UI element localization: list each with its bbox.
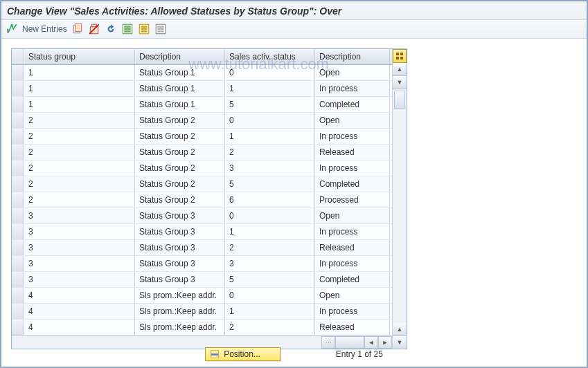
cell-description-2[interactable]: In process: [315, 224, 390, 239]
cell-description[interactable]: Status Group 2: [135, 176, 225, 192]
row-selector[interactable]: [12, 176, 24, 192]
scroll-up-bottom-icon[interactable]: ▲: [393, 323, 407, 336]
cell-description-2[interactable]: In process: [315, 256, 390, 271]
row-selector[interactable]: [12, 160, 24, 176]
cell-sales-activ-status[interactable]: 1: [225, 81, 315, 96]
cell-description[interactable]: Status Group 1: [135, 81, 225, 96]
cell-description[interactable]: Status Group 3: [135, 240, 225, 255]
row-selector[interactable]: [12, 304, 24, 319]
cell-sales-activ-status[interactable]: 0: [225, 113, 315, 128]
col-status-group[interactable]: Status group: [24, 49, 135, 64]
cell-sales-activ-status[interactable]: 1: [225, 304, 315, 319]
new-entries-button[interactable]: New Entries: [22, 24, 67, 34]
row-selector[interactable]: [12, 113, 24, 128]
cell-description[interactable]: Sls prom.:Keep addr.: [135, 288, 225, 303]
cell-status-group[interactable]: 2: [24, 129, 135, 144]
cell-description-2[interactable]: Open: [315, 208, 390, 223]
cell-description-2[interactable]: Completed: [315, 97, 390, 112]
cell-description-2[interactable]: In process: [315, 81, 390, 96]
cell-description[interactable]: Status Group 2: [135, 113, 225, 128]
cell-description-2[interactable]: Released: [315, 320, 390, 335]
cell-description[interactable]: Sls prom.:Keep addr.: [135, 304, 225, 319]
select-block-icon[interactable]: [138, 23, 150, 35]
cell-sales-activ-status[interactable]: 1: [225, 224, 315, 239]
cell-status-group[interactable]: 1: [24, 97, 135, 112]
cell-description[interactable]: Status Group 2: [135, 145, 225, 160]
row-selector[interactable]: [12, 288, 24, 303]
cell-sales-activ-status[interactable]: 5: [225, 176, 315, 192]
cell-sales-activ-status[interactable]: 5: [225, 97, 315, 112]
scroll-down-icon[interactable]: ▼: [393, 76, 407, 89]
cell-description[interactable]: Status Group 1: [135, 65, 225, 80]
undo-icon[interactable]: [105, 23, 117, 35]
row-selector[interactable]: [12, 65, 24, 80]
cell-sales-activ-status[interactable]: 1: [225, 129, 315, 144]
cell-status-group[interactable]: 2: [24, 113, 135, 128]
cell-sales-activ-status[interactable]: 2: [225, 240, 315, 255]
cell-sales-activ-status[interactable]: 5: [225, 272, 315, 287]
vscroll-thumb[interactable]: [394, 91, 405, 109]
cell-description[interactable]: Status Group 2: [135, 129, 225, 144]
table-config-icon[interactable]: [393, 49, 407, 63]
cell-description[interactable]: Status Group 2: [135, 192, 225, 208]
scroll-up-icon[interactable]: ▲: [393, 63, 407, 76]
cell-status-group[interactable]: 2: [24, 145, 135, 160]
cell-description-2[interactable]: In process: [315, 129, 390, 144]
row-selector[interactable]: [12, 256, 24, 271]
cell-description-2[interactable]: In process: [315, 160, 390, 176]
row-selector[interactable]: [12, 224, 24, 239]
row-selector[interactable]: [12, 272, 24, 287]
cell-sales-activ-status[interactable]: 3: [225, 256, 315, 271]
cell-description-2[interactable]: Processed: [315, 192, 390, 208]
cell-status-group[interactable]: 3: [24, 208, 135, 223]
cell-sales-activ-status[interactable]: 0: [225, 208, 315, 223]
cell-sales-activ-status[interactable]: 0: [225, 288, 315, 303]
position-button[interactable]: Position...: [205, 347, 280, 361]
cell-status-group[interactable]: 1: [24, 65, 135, 80]
cell-description[interactable]: Status Group 2: [135, 160, 225, 176]
cell-description[interactable]: Status Group 3: [135, 224, 225, 239]
cell-description-2[interactable]: Completed: [315, 176, 390, 192]
delete-icon[interactable]: [88, 23, 100, 35]
cell-description[interactable]: Status Group 3: [135, 272, 225, 287]
row-selector[interactable]: [12, 97, 24, 112]
col-description-2[interactable]: Description: [315, 49, 390, 64]
cell-sales-activ-status[interactable]: 2: [225, 145, 315, 160]
row-selector[interactable]: [12, 208, 24, 223]
cell-status-group[interactable]: 4: [24, 320, 135, 335]
cell-status-group[interactable]: 3: [24, 240, 135, 255]
cell-description-2[interactable]: Open: [315, 65, 390, 80]
cell-sales-activ-status[interactable]: 6: [225, 192, 315, 208]
cell-sales-activ-status[interactable]: 0: [225, 65, 315, 80]
cell-description[interactable]: Status Group 1: [135, 97, 225, 112]
col-description[interactable]: Description: [135, 49, 225, 64]
cell-status-group[interactable]: 2: [24, 176, 135, 192]
copy-icon[interactable]: [71, 23, 84, 35]
vscroll-track[interactable]: [393, 89, 407, 323]
col-sales-activ-status[interactable]: Sales activ. status: [225, 49, 315, 64]
select-all-icon[interactable]: [121, 23, 134, 35]
row-selector[interactable]: [12, 129, 24, 144]
cell-description-2[interactable]: Released: [315, 145, 390, 160]
cell-sales-activ-status[interactable]: 2: [225, 320, 315, 335]
row-selector[interactable]: [12, 145, 24, 160]
cell-status-group[interactable]: 1: [24, 81, 135, 96]
row-selector[interactable]: [12, 81, 24, 96]
cell-description[interactable]: Sls prom.:Keep addr.: [135, 320, 225, 335]
cell-status-group[interactable]: 3: [24, 224, 135, 239]
cell-status-group[interactable]: 3: [24, 256, 135, 271]
row-selector[interactable]: [12, 320, 24, 335]
cell-description-2[interactable]: Completed: [315, 272, 390, 287]
cell-description-2[interactable]: Open: [315, 113, 390, 128]
cell-status-group[interactable]: 2: [24, 192, 135, 208]
cell-sales-activ-status[interactable]: 3: [225, 160, 315, 176]
cell-description[interactable]: Status Group 3: [135, 208, 225, 223]
row-selector[interactable]: [12, 192, 24, 208]
cell-status-group[interactable]: 4: [24, 288, 135, 303]
cell-status-group[interactable]: 2: [24, 160, 135, 176]
cell-description[interactable]: Status Group 3: [135, 256, 225, 271]
cell-description-2[interactable]: Open: [315, 288, 390, 303]
cell-description-2[interactable]: Released: [315, 240, 390, 255]
cell-status-group[interactable]: 4: [24, 304, 135, 319]
toggle-icon[interactable]: [6, 23, 18, 35]
